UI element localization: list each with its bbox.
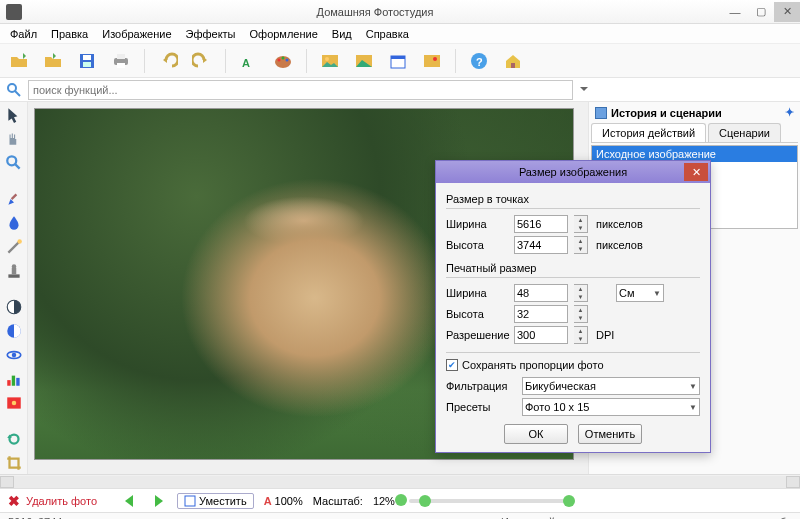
rotate-tool-icon[interactable]	[5, 430, 23, 448]
image2-icon[interactable]	[351, 48, 377, 74]
adjust-tool-icon[interactable]	[5, 322, 23, 340]
svg-rect-36	[16, 378, 19, 386]
effects-tool-icon[interactable]	[5, 394, 23, 412]
palette-icon[interactable]	[270, 48, 296, 74]
help-icon[interactable]: ?	[466, 48, 492, 74]
maximize-button[interactable]: ▢	[748, 2, 774, 22]
text-icon[interactable]: A	[236, 48, 262, 74]
panel-add-icon[interactable]: ✦	[785, 106, 794, 119]
dialog-close-icon[interactable]: ✕	[684, 163, 708, 181]
svg-point-21	[8, 84, 16, 92]
width-px-label: Ширина	[446, 218, 508, 230]
zoom-100-button[interactable]: A 100%	[264, 495, 303, 507]
menu-file[interactable]: Файл	[4, 26, 43, 42]
main-toolbar: A ?	[0, 44, 800, 78]
close-button[interactable]: ✕	[774, 2, 800, 22]
save-icon[interactable]	[74, 48, 100, 74]
menu-help[interactable]: Справка	[360, 26, 415, 42]
width-px-input[interactable]: 5616	[514, 215, 568, 233]
search-dropdown-icon[interactable]	[579, 85, 589, 95]
svg-rect-15	[391, 56, 405, 59]
brush-tool-icon[interactable]	[5, 190, 23, 208]
horizontal-scrollbar[interactable]	[0, 474, 800, 488]
hand-tool-icon[interactable]	[5, 130, 23, 148]
menu-decor[interactable]: Оформление	[244, 26, 324, 42]
dialog-titlebar[interactable]: Размер изображения ✕	[436, 161, 710, 183]
zoom-slider[interactable]	[409, 499, 569, 503]
image1-icon[interactable]	[317, 48, 343, 74]
eye-tool-icon[interactable]	[5, 346, 23, 364]
svg-rect-20	[511, 63, 515, 68]
delete-photo-button[interactable]: ✖ Удалить фото	[8, 493, 97, 509]
separator	[144, 49, 145, 73]
tab-history[interactable]: История действий	[591, 123, 706, 142]
height-cm-label: Высота	[446, 308, 508, 320]
resolution-input[interactable]: 300	[514, 326, 568, 344]
export-icon[interactable]	[40, 48, 66, 74]
search-input[interactable]	[28, 80, 573, 100]
svg-rect-4	[117, 54, 125, 59]
height-cm-input[interactable]: 32	[514, 305, 568, 323]
crop-tool-icon[interactable]	[5, 454, 23, 472]
zoom-out-icon[interactable]	[395, 494, 407, 506]
zoom-slider-knob[interactable]	[419, 495, 431, 507]
height-px-input[interactable]: 3744	[514, 236, 568, 254]
preset-label: Пресеты	[446, 401, 516, 413]
preset-select[interactable]: Фото 10 x 15▼	[522, 398, 700, 416]
resize-dialog: Размер изображения ✕ Размер в точках Шир…	[435, 160, 711, 453]
next-arrow-icon[interactable]	[147, 492, 167, 510]
svg-rect-5	[117, 63, 125, 68]
ok-button[interactable]: ОК	[504, 424, 568, 444]
search-icon	[6, 82, 22, 98]
home-icon[interactable]	[500, 48, 526, 74]
menu-view[interactable]: Вид	[326, 26, 358, 42]
print-icon[interactable]	[108, 48, 134, 74]
height-cm-spinner[interactable]: ▲▼	[574, 305, 588, 323]
menu-effects[interactable]: Эффекты	[180, 26, 242, 42]
calendar-icon[interactable]	[385, 48, 411, 74]
menu-image[interactable]: Изображение	[96, 26, 177, 42]
resolution-label: Разрешение	[446, 329, 508, 341]
redo-icon[interactable]	[189, 48, 215, 74]
svg-rect-1	[83, 55, 91, 60]
resolution-spinner[interactable]: ▲▼	[574, 326, 588, 344]
undo-icon[interactable]	[155, 48, 181, 74]
svg-rect-27	[8, 274, 19, 277]
fit-button[interactable]: Уместить	[177, 493, 254, 509]
filter-select[interactable]: Бикубическая▼	[522, 377, 700, 395]
height-px-spinner[interactable]: ▲▼	[574, 236, 588, 254]
scroll-left-icon[interactable]	[0, 476, 14, 488]
width-cm-spinner[interactable]: ▲▼	[574, 284, 588, 302]
tab-scenarios[interactable]: Сценарии	[708, 123, 781, 142]
titlebar: Домашняя Фотостудия — ▢ ✕	[0, 0, 800, 24]
zoom-a-icon: A	[264, 495, 272, 507]
pointer-tool-icon[interactable]	[5, 106, 23, 124]
wand-tool-icon[interactable]	[5, 238, 23, 256]
svg-point-8	[278, 58, 281, 61]
zoom-tool-icon[interactable]	[5, 154, 23, 172]
levels-tool-icon[interactable]	[5, 370, 23, 388]
open-icon[interactable]	[6, 48, 32, 74]
zoom-in-icon[interactable]	[563, 495, 575, 507]
width-cm-input[interactable]: 48	[514, 284, 568, 302]
svg-rect-39	[185, 496, 195, 506]
width-px-spinner[interactable]: ▲▼	[574, 215, 588, 233]
minimize-button[interactable]: —	[722, 2, 748, 22]
search-row	[0, 78, 800, 102]
prev-arrow-icon[interactable]	[121, 492, 141, 510]
stamp-tool-icon[interactable]	[5, 262, 23, 280]
scroll-right-icon[interactable]	[786, 476, 800, 488]
section-pixels: Размер в точках	[446, 193, 700, 205]
resolution-unit: DPI	[596, 329, 614, 341]
dialog-title: Размер изображения	[519, 166, 627, 178]
cancel-button[interactable]: Отменить	[578, 424, 642, 444]
unit-select[interactable]: См▼	[616, 284, 664, 302]
svg-point-23	[7, 156, 16, 165]
separator	[455, 49, 456, 73]
drop-tool-icon[interactable]	[5, 214, 23, 232]
svg-point-9	[282, 56, 285, 59]
contrast-tool-icon[interactable]	[5, 298, 23, 316]
image3-icon[interactable]	[419, 48, 445, 74]
keep-ratio-checkbox[interactable]: ✔ Сохранять пропорции фото	[446, 359, 700, 371]
menu-edit[interactable]: Правка	[45, 26, 94, 42]
